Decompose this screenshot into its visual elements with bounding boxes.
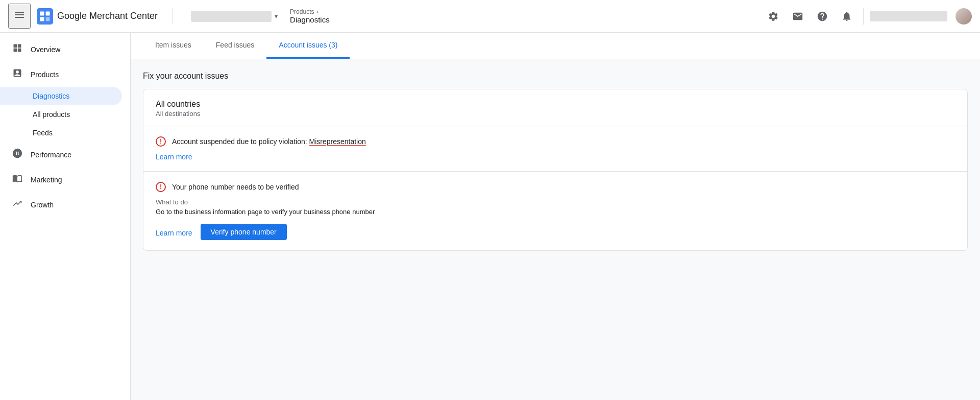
performance-icon (12, 148, 22, 161)
app-header: Google Merchant Center ▾ Products › Diag… (0, 0, 980, 33)
error-icon-phone: ! (156, 182, 166, 192)
header-actions (763, 6, 972, 27)
breadcrumb-current: Diagnostics (290, 15, 330, 24)
header-left: Google Merchant Center ▾ (8, 4, 282, 29)
avatar[interactable] (955, 8, 972, 25)
account-selector[interactable]: ▾ (187, 9, 282, 24)
overview-icon (12, 43, 22, 56)
main-layout: Overview Products Diagnostics All produc… (0, 33, 980, 400)
account-selector-text (191, 11, 272, 22)
growth-icon (12, 198, 22, 211)
issue-title-row-1: ! Account suspended due to policy violat… (156, 136, 955, 147)
what-to-do-label: What to do (156, 198, 955, 206)
products-icon (12, 68, 22, 81)
sidebar-item-feeds[interactable]: Feeds (0, 124, 122, 142)
sidebar-item-products[interactable]: Products (0, 62, 122, 87)
section-title: Fix your account issues (143, 72, 968, 81)
sidebar-item-marketing[interactable]: Marketing (0, 167, 122, 192)
verify-phone-button[interactable]: Verify phone number (201, 224, 287, 240)
sidebar-item-performance[interactable]: Performance (0, 142, 122, 167)
issue-title-phone: Your phone number needs to be verified (172, 183, 299, 191)
tab-account-issues[interactable]: Account issues (3) (266, 33, 350, 59)
sidebar-label-diagnostics: Diagnostics (33, 92, 69, 100)
chevron-down-icon: ▾ (275, 13, 278, 20)
sidebar-item-overview[interactable]: Overview (0, 37, 122, 62)
header-divider-2 (863, 8, 864, 25)
issue-title-suspension: Account suspended due to policy violatio… (172, 137, 366, 146)
issues-card: All countries All destinations ! Account… (143, 89, 968, 251)
learn-more-link-phone[interactable]: Learn more (156, 229, 192, 237)
what-to-do-description: Go to the business information page to v… (156, 208, 955, 216)
svg-rect-1 (40, 11, 44, 15)
sidebar-label-marketing: Marketing (31, 176, 62, 184)
gmc-logo-icon (37, 8, 53, 25)
avatar-image (955, 8, 972, 25)
mail-button[interactable] (788, 6, 808, 27)
error-icon-suspension: ! (156, 136, 166, 147)
logo-container: Google Merchant Center (37, 8, 158, 25)
issue-actions-phone: Learn more Verify phone number (156, 224, 955, 240)
marketing-icon (12, 173, 22, 186)
hamburger-menu-button[interactable] (8, 4, 31, 29)
sidebar-item-diagnostics[interactable]: Diagnostics (0, 87, 122, 105)
breadcrumb: Products › Diagnostics (290, 8, 330, 24)
tab-item-issues[interactable]: Item issues (143, 33, 204, 59)
sidebar-label-all-products: All products (33, 110, 70, 119)
svg-rect-4 (46, 17, 50, 21)
card-header-subtitle: All destinations (156, 110, 955, 117)
sidebar: Overview Products Diagnostics All produc… (0, 33, 131, 400)
sidebar-item-growth[interactable]: Growth (0, 192, 122, 217)
svg-rect-3 (40, 17, 44, 21)
issue-title-row-2: ! Your phone number needs to be verified (156, 182, 955, 192)
sidebar-label-overview: Overview (31, 45, 60, 54)
user-account-text (870, 11, 947, 21)
issue-row-phone: ! Your phone number needs to be verified… (143, 172, 967, 250)
card-header: All countries All destinations (143, 89, 967, 126)
svg-rect-2 (46, 11, 50, 15)
tabs-container: Item issues Feed issues Account issues (… (131, 33, 980, 59)
card-header-title: All countries (156, 100, 955, 109)
tab-feed-issues[interactable]: Feed issues (204, 33, 266, 59)
settings-button[interactable] (763, 6, 783, 27)
sidebar-label-products: Products (31, 70, 59, 79)
app-name: Google Merchant Center (57, 11, 158, 21)
header-divider-1 (172, 8, 173, 25)
learn-more-link-suspension[interactable]: Learn more (156, 153, 192, 161)
sidebar-label-growth: Growth (31, 201, 54, 209)
sidebar-label-feeds: Feeds (33, 129, 53, 137)
svg-rect-0 (37, 8, 53, 25)
notifications-button[interactable] (837, 6, 857, 27)
sidebar-label-performance: Performance (31, 151, 71, 159)
breadcrumb-chevron-icon: › (316, 8, 318, 15)
sidebar-item-all-products[interactable]: All products (0, 105, 122, 124)
issue-row-suspension: ! Account suspended due to policy violat… (143, 126, 967, 172)
main-content: Item issues Feed issues Account issues (… (131, 33, 980, 400)
misrepresentation-text: Misrepresentation (309, 137, 366, 146)
help-button[interactable] (812, 6, 832, 27)
breadcrumb-parent: Products › (290, 8, 330, 15)
content-area: Fix your account issues All countries Al… (131, 59, 980, 263)
